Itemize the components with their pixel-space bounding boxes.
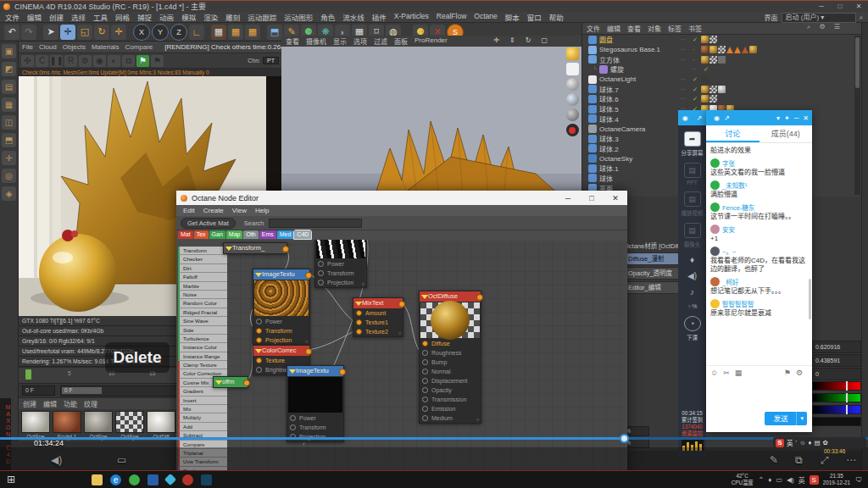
node-editor-menu-item[interactable]: View	[232, 207, 247, 214]
node-output-port[interactable]	[305, 272, 312, 279]
avatar[interactable]	[710, 158, 720, 168]
chat-tab[interactable]: 成员(44)	[760, 125, 813, 142]
viewport-menu-item[interactable]: 选项	[353, 36, 367, 46]
menu-item[interactable]: 渲染	[203, 12, 218, 22]
select-tool-icon[interactable]: ➤	[43, 25, 58, 40]
node-editor-menu-item[interactable]: Help	[255, 207, 269, 214]
sidebar-tool-disabled[interactable]: ▤播放视频	[678, 191, 706, 217]
port-dot[interactable]	[256, 367, 262, 373]
z-axis-lock-button[interactable]: Z	[170, 24, 187, 41]
message-author[interactable]: _未知数¹	[722, 180, 747, 190]
node-input-port[interactable]: Transform	[315, 269, 366, 278]
node-header[interactable]: ImageTextu	[253, 269, 309, 280]
render-queue-icon[interactable]: ▦	[245, 25, 260, 40]
tray-volume-icon[interactable]: ◀)	[787, 476, 794, 484]
object-row[interactable]: 圆盘··✓	[582, 35, 862, 45]
channel-select[interactable]: PT	[263, 57, 279, 64]
scale-tool-icon[interactable]: ◱	[77, 25, 92, 40]
port-dot[interactable]	[290, 415, 296, 421]
node-resize-icon[interactable]: ⁘	[361, 281, 365, 287]
model-mode-icon[interactable]: ▣	[2, 44, 16, 58]
app-blue-icon[interactable]	[147, 474, 159, 485]
material-menu-item[interactable]: 创建	[23, 399, 36, 408]
live-viewer-menu-item[interactable]: File	[22, 43, 33, 51]
node-input-port[interactable]: Projection	[253, 336, 309, 345]
app-dark-icon[interactable]	[201, 474, 212, 485]
object-tag-icon[interactable]	[742, 47, 748, 53]
menu-item[interactable]: 插件	[372, 12, 387, 22]
message-author[interactable]: 安安	[722, 225, 735, 234]
object-tag-icon[interactable]	[709, 56, 717, 64]
explorer-icon[interactable]	[92, 474, 103, 485]
get-active-mat-button[interactable]: Get Active Mat	[181, 218, 236, 229]
visibility-dots[interactable]: ··	[681, 76, 693, 82]
send-button[interactable]: 发送	[765, 412, 796, 425]
group-invite-icon[interactable]: ⚑	[784, 369, 791, 377]
message-author[interactable]: ~。~	[722, 247, 736, 256]
live-viewer-menu-item[interactable]: Compare	[125, 43, 153, 51]
menu-item[interactable]: Octane	[474, 12, 497, 22]
enabled-check-icon[interactable]: ✓	[693, 95, 701, 103]
node-search-input[interactable]	[269, 219, 362, 228]
collapse-triangle-icon[interactable]	[355, 302, 362, 306]
menu-item[interactable]: 工具	[93, 12, 108, 22]
viewport-menu-item[interactable]: 摄像机	[306, 36, 326, 46]
menu-item[interactable]: 网格	[115, 12, 130, 22]
viewport-menu-item[interactable]: 面板	[394, 36, 408, 46]
search-icon[interactable]: ⌕	[860, 14, 863, 22]
image-icon[interactable]: ▦	[735, 369, 743, 377]
object-row[interactable]: OctaneLight··✓	[582, 75, 862, 85]
collapse-triangle-icon[interactable]	[255, 349, 262, 353]
progress-handle[interactable]	[620, 434, 629, 443]
graph-node[interactable]: ImageTextuPowerTransformProjection⁘	[253, 269, 310, 346]
message-author[interactable]: Fence-糖东	[722, 202, 754, 212]
om-menu-item[interactable]: 书签	[688, 24, 702, 33]
last-tool-icon[interactable]: ✛	[111, 25, 126, 40]
snap-icon[interactable]: ◎	[2, 169, 16, 183]
menu-item[interactable]: RealFlow	[437, 12, 466, 22]
collapse-triangle-icon[interactable]	[255, 273, 262, 277]
port-dot[interactable]	[256, 319, 262, 324]
zoom-view-icon[interactable]: ⇕	[509, 36, 515, 44]
enabled-check-icon[interactable]: ✓	[693, 36, 701, 43]
pause-render-icon[interactable]: ❚❚	[50, 55, 63, 67]
pan-view-icon[interactable]: ✛	[493, 36, 499, 44]
object-row[interactable]: 立方体···	[582, 54, 862, 64]
settings-gear-icon[interactable]: ⚙	[79, 55, 92, 67]
node-input-port[interactable]: Texture	[253, 356, 309, 365]
speaker-icon[interactable]: ◀)	[678, 271, 706, 280]
material-picker-icon[interactable]: ◐	[108, 55, 120, 67]
live-viewer-menu-item[interactable]: Materials	[92, 43, 119, 51]
port-dot[interactable]	[290, 424, 296, 430]
menu-item[interactable]: 创建	[49, 12, 64, 22]
ne-minimize-icon[interactable]: ─	[556, 194, 580, 202]
render-settings-icon[interactable]: ▦	[228, 25, 243, 40]
rotate-view-icon[interactable]: ↻	[526, 36, 531, 44]
node-input-port[interactable]: Emission	[420, 404, 481, 413]
menu-item[interactable]: 模拟	[181, 12, 196, 22]
object-tag-icon[interactable]	[709, 36, 717, 43]
chat-audio-icon[interactable]: ◉	[714, 114, 720, 122]
share-icon[interactable]: ↗	[696, 114, 702, 122]
node-resize-icon[interactable]: ⁘	[304, 339, 309, 345]
matball-3-icon[interactable]	[566, 108, 579, 121]
menu-item[interactable]: 编辑	[27, 12, 42, 22]
menu-item[interactable]: 脚本	[505, 12, 520, 22]
ime-comma-icon[interactable]: '	[796, 439, 797, 446]
om-menu-item[interactable]: 编辑	[607, 24, 620, 33]
frame-slider-handle[interactable]: 0 F	[62, 387, 102, 394]
om-menu-item[interactable]: 标签	[668, 24, 682, 33]
green-channel-slider[interactable]	[812, 393, 861, 402]
tray-display-icon[interactable]: ▭	[776, 476, 782, 484]
music-icon[interactable]: ♪	[678, 287, 706, 297]
node-output-port[interactable]	[398, 301, 405, 308]
chat-input-field[interactable]	[706, 380, 812, 408]
chat-share-icon[interactable]: ↗	[724, 114, 730, 122]
node-input-port[interactable]: Transform	[253, 326, 309, 336]
avatar[interactable]	[710, 225, 720, 234]
sogou-icon[interactable]: S	[776, 439, 784, 447]
enabled-check-icon[interactable]: ·	[693, 56, 701, 64]
node-resize-icon[interactable]: ⁘	[281, 247, 286, 253]
menu-item[interactable]: 角色	[320, 12, 335, 22]
om-menu-item[interactable]: 查看	[627, 24, 641, 33]
